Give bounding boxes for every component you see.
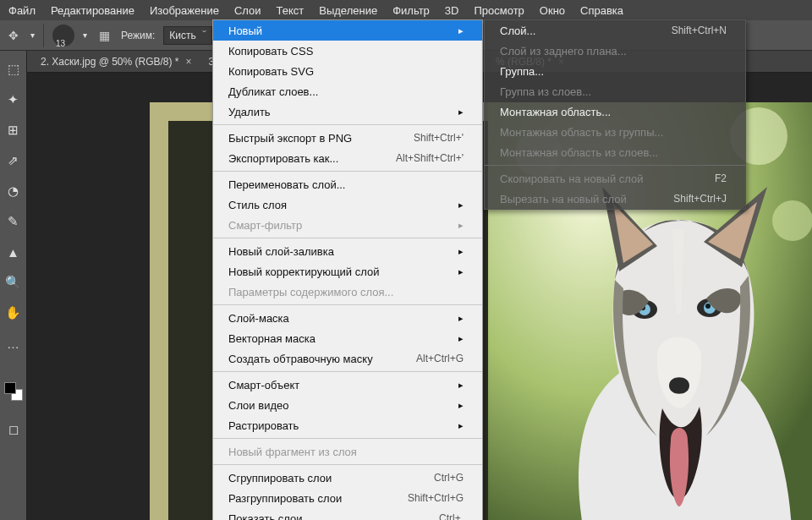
menu-item-shortcut: Shift+Ctrl+'	[414, 132, 464, 144]
menu-item-label: Новый слой-заливка	[228, 245, 334, 258]
menu-separator	[213, 238, 482, 238]
menu-item-label: Смарт-фильтр	[228, 219, 302, 232]
menu-item[interactable]: Копировать CSS	[213, 41, 482, 61]
submenu-arrow-icon: ▸	[458, 313, 464, 324]
menu-item[interactable]: Быстрый экспорт в PNGShift+Ctrl+'	[213, 128, 482, 148]
menu-image[interactable]: Изображение	[150, 4, 219, 17]
submenu-arrow-icon: ▸	[458, 200, 464, 211]
menu-item[interactable]: Растрировать▸	[213, 415, 482, 435]
menu-item-label: Новый корректирующий слой	[228, 265, 379, 278]
menu-separator	[485, 165, 745, 166]
eyedropper-tool-icon[interactable]: ⇗	[5, 152, 22, 169]
menu-item-label: Группа из слоев...	[500, 85, 591, 98]
menu-item[interactable]: Новый корректирующий слой▸	[213, 261, 482, 282]
menu-item[interactable]: Разгруппировать слоиShift+Ctrl+G	[213, 488, 482, 508]
fg-color-swatch[interactable]	[4, 382, 16, 394]
menu-item-label: Переименовать слой...	[228, 178, 345, 191]
mode-label: Режим:	[121, 30, 155, 41]
menu-item: Смарт-фильтр▸	[213, 215, 482, 235]
menu-item-label: Растрировать	[228, 419, 299, 432]
menu-item[interactable]: Слой-маска▸	[213, 308, 482, 328]
brush-preview-icon[interactable]	[52, 25, 74, 47]
submenu-arrow-icon: ▸	[458, 25, 464, 36]
menu-item[interactable]: Показать слоиCtrl+,	[213, 508, 482, 520]
quickmask-icon[interactable]: ◻	[5, 421, 22, 438]
tools-panel[interactable]: ⬚ ✦ ⊞ ⇗ ◔ ✎ ▲ 🔍 ✋ … ◻	[0, 51, 27, 520]
mode-select[interactable]: Кисть	[163, 26, 211, 45]
menu-separator	[213, 438, 482, 439]
submenu-arrow-icon: ▸	[458, 400, 464, 411]
menu-item-label: Показать слои	[228, 512, 303, 521]
menu-item[interactable]: Дубликат слоев...	[213, 81, 482, 101]
menu-item[interactable]: Переименовать слой...	[213, 174, 482, 194]
menu-item[interactable]: Слой...Shift+Ctrl+N	[485, 20, 745, 41]
more-tools-icon[interactable]: …	[5, 335, 22, 352]
menu-item[interactable]: Новый слой-заливка▸	[213, 241, 482, 261]
brush-panel-icon[interactable]: ▦	[96, 27, 112, 44]
menu-item-shortcut: Alt+Shift+Ctrl+'	[396, 152, 464, 164]
menu-separator	[213, 171, 482, 172]
menu-item-label: Дубликат слоев...	[228, 85, 318, 98]
close-icon[interactable]: ×	[186, 56, 192, 68]
menu-item[interactable]: Создать обтравочную маскуAlt+Ctrl+G	[213, 348, 482, 369]
menu-item-label: Скопировать на новый слой	[500, 172, 644, 185]
menu-item: Монтажная область из слоев...	[485, 142, 745, 162]
pen-tool-icon[interactable]: ▲	[5, 244, 22, 260]
layers-menu[interactable]: Новый▸Копировать CSSКопировать SVGДублик…	[212, 19, 483, 520]
mode-value: Кисть	[169, 30, 195, 41]
menu-separator	[213, 371, 482, 372]
menu-item[interactable]: Копировать SVG	[213, 61, 482, 81]
menu-item: Группа из слоев...	[485, 81, 745, 101]
menu-item[interactable]: Удалить▸	[213, 101, 482, 122]
wand-tool-icon[interactable]: ✦	[5, 91, 22, 108]
submenu-arrow-icon: ▸	[458, 220, 464, 231]
menu-item-label: Монтажная область...	[500, 106, 611, 118]
submenu-arrow-icon: ▸	[458, 380, 464, 391]
heal-tool-icon[interactable]: ◔	[5, 183, 22, 200]
menu-item[interactable]: Стиль слоя▸	[213, 194, 482, 215]
menu-item-label: Копировать SVG	[228, 65, 314, 78]
menu-item-label: Разгруппировать слои	[228, 492, 342, 505]
menu-item-shortcut: Shift+Ctrl+N	[672, 25, 727, 36]
menu-item-label: Быстрый экспорт в PNG	[228, 132, 352, 145]
divider	[43, 24, 44, 47]
menu-layers[interactable]: Слои	[234, 4, 261, 17]
menu-item-label: Монтажная область из слоев...	[500, 146, 658, 159]
brush-tool-icon[interactable]: ✎	[5, 213, 22, 230]
menu-item-shortcut: Alt+Ctrl+G	[416, 353, 464, 364]
zoom-tool-icon[interactable]: 🔍	[5, 274, 22, 291]
menu-item[interactable]: Монтажная область...	[485, 101, 745, 122]
menu-text[interactable]: Текст	[277, 4, 304, 17]
menu-item[interactable]: Слои видео▸	[213, 395, 482, 415]
restore-brush-icon[interactable]: ✥	[5, 27, 22, 44]
menu-separator	[213, 464, 482, 465]
fg-bg-swatches[interactable]	[4, 382, 23, 401]
menu-bar[interactable]: Файл Редактирование Изображение Слои Тек…	[0, 0, 812, 20]
new-layer-submenu[interactable]: Слой...Shift+Ctrl+NСлой из заднего плана…	[484, 19, 746, 210]
menu-select[interactable]: Выделение	[319, 4, 377, 17]
menu-window[interactable]: Окно	[540, 4, 565, 17]
crop-tool-icon[interactable]: ⊞	[5, 122, 22, 139]
menu-item[interactable]: Новый▸	[213, 20, 482, 41]
menu-item[interactable]: Векторная маска▸	[213, 328, 482, 348]
svg-point-3	[772, 200, 812, 241]
marquee-tool-icon[interactable]: ⬚	[5, 61, 22, 78]
tab-doc-1[interactable]: 2. Хаски.jpg @ 50% (RGB/8) * ×	[32, 51, 200, 72]
hand-tool-icon[interactable]: ✋	[5, 304, 22, 321]
menu-view[interactable]: Просмотр	[474, 4, 524, 17]
menu-item[interactable]: Сгруппировать слоиCtrl+G	[213, 468, 482, 488]
menu-item[interactable]: Экспортировать как...Alt+Shift+Ctrl+'	[213, 148, 482, 168]
menu-item[interactable]: Смарт-объект▸	[213, 375, 482, 395]
menu-help[interactable]: Справка	[580, 4, 623, 17]
menu-filter[interactable]: Фильтр	[392, 4, 430, 17]
submenu-arrow-icon: ▸	[458, 107, 464, 118]
svg-point-9	[705, 304, 710, 309]
brush-picker-dropdown-icon[interactable]: ▾	[83, 30, 87, 40]
menu-3d[interactable]: 3D	[445, 4, 459, 17]
menu-item-label: Слой...	[500, 25, 535, 37]
menu-edit[interactable]: Редактирование	[51, 4, 134, 17]
menu-file[interactable]: Файл	[8, 4, 36, 17]
menu-item[interactable]: Группа...	[485, 61, 745, 81]
tool-preset-dropdown-icon[interactable]: ▾	[30, 30, 35, 40]
menu-item-label: Экспортировать как...	[228, 152, 338, 165]
